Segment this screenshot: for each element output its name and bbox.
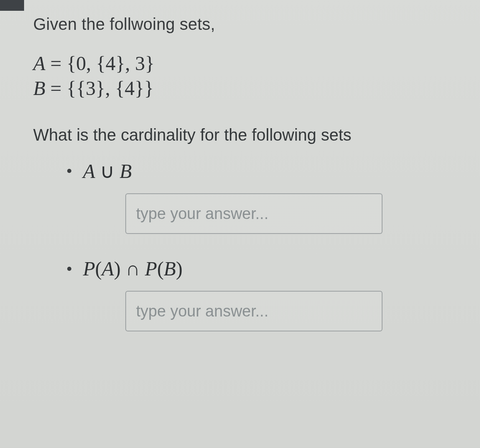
item-powerset-intersection: P(A) ∩ P(B) bbox=[67, 257, 455, 280]
set-definitions: A = {0, {4}, 3} B = {{3}, {4}} bbox=[33, 51, 455, 101]
question-panel: Given the follwoing sets, A = {0, {4}, 3… bbox=[0, 0, 480, 448]
question-intro: Given the follwoing sets, bbox=[33, 15, 455, 34]
answer-input-1[interactable] bbox=[125, 193, 383, 234]
expr-pa-intersect-pb: P(A) ∩ P(B) bbox=[83, 257, 183, 280]
question-subprompt: What is the cardinality for the followin… bbox=[33, 126, 455, 144]
set-a-definition: A = {0, {4}, 3} bbox=[33, 51, 455, 76]
item-a-union-b: A ∪ B bbox=[67, 159, 455, 183]
bullet-icon bbox=[67, 169, 71, 173]
answer-input-2[interactable] bbox=[125, 291, 383, 331]
set-b-definition: B = {{3}, {4}} bbox=[33, 76, 455, 101]
bullet-icon bbox=[67, 267, 71, 271]
expr-a-union-b: A ∪ B bbox=[83, 159, 132, 183]
question-items: A ∪ B P(A) ∩ P(B) bbox=[33, 159, 455, 331]
window-corner-fragment bbox=[0, 0, 24, 11]
